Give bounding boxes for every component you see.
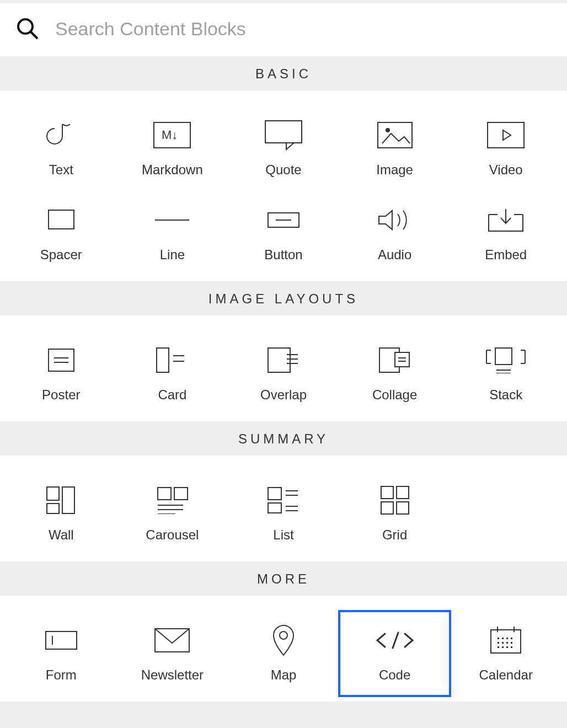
block-map[interactable]: Map <box>228 611 339 696</box>
svg-rect-68 <box>506 638 508 639</box>
svg-rect-17 <box>49 349 74 371</box>
svg-rect-34 <box>495 348 512 365</box>
block-image[interactable]: Image <box>339 106 451 191</box>
svg-rect-42 <box>62 487 74 513</box>
block-embed[interactable]: Embed <box>450 191 561 276</box>
svg-rect-40 <box>47 487 59 500</box>
svg-rect-72 <box>506 642 508 644</box>
block-overlap[interactable]: Overlap <box>228 331 339 416</box>
section-header: BASIC <box>0 56 567 90</box>
list-icon <box>267 477 300 524</box>
button-icon <box>267 196 300 244</box>
svg-rect-56 <box>381 502 393 514</box>
content-blocks-panel: BASIC Text M↓ Markdown Quote Image Video… <box>0 0 567 728</box>
svg-rect-9 <box>49 210 74 229</box>
search-input[interactable] <box>55 18 552 40</box>
block-label: List <box>273 527 293 543</box>
section-header: MORE <box>0 561 567 596</box>
block-wall[interactable]: Wall <box>6 471 117 556</box>
svg-rect-63 <box>491 630 521 653</box>
block-quote[interactable]: Quote <box>228 106 339 191</box>
block-label: Grid <box>382 527 407 543</box>
svg-point-6 <box>386 129 389 132</box>
svg-rect-54 <box>381 486 393 499</box>
wall-icon <box>46 477 77 524</box>
block-card[interactable]: Card <box>117 331 228 416</box>
svg-point-61 <box>280 631 287 639</box>
block-grid: Form Newsletter Map Code Calendar <box>0 596 567 702</box>
search-bar <box>0 3 567 56</box>
block-label: Wall <box>49 527 74 543</box>
block-grid: Text M↓ Markdown Quote Image Video Space… <box>0 90 567 281</box>
svg-rect-4 <box>265 121 302 143</box>
calendar-icon <box>490 617 522 664</box>
svg-rect-20 <box>157 348 169 372</box>
block-form[interactable]: Form <box>6 611 117 696</box>
code-icon <box>373 617 417 664</box>
image-icon <box>377 111 413 159</box>
svg-marker-13 <box>379 211 392 229</box>
svg-rect-58 <box>46 631 77 649</box>
svg-rect-57 <box>397 502 409 514</box>
block-line[interactable]: Line <box>117 191 228 276</box>
svg-rect-73 <box>511 642 512 644</box>
block-label: Image <box>376 162 413 178</box>
block-label: Text <box>49 162 73 178</box>
block-audio[interactable]: Audio <box>339 191 451 276</box>
svg-rect-67 <box>502 638 504 639</box>
svg-rect-69 <box>511 638 512 639</box>
map-icon <box>271 617 296 664</box>
block-label: Audio <box>378 247 411 263</box>
svg-rect-74 <box>498 646 499 648</box>
svg-line-1 <box>31 32 38 39</box>
block-label: Line <box>160 247 185 263</box>
block-text[interactable]: Text <box>6 106 117 191</box>
markdown-icon: M↓ <box>153 111 191 159</box>
carousel-icon <box>156 477 189 524</box>
block-grid: Wall Carousel List Grid <box>0 456 567 561</box>
block-collage[interactable]: Collage <box>339 331 451 416</box>
spacer-icon <box>47 196 75 244</box>
svg-rect-71 <box>502 642 504 644</box>
grid-icon <box>380 477 410 524</box>
svg-rect-44 <box>174 488 188 500</box>
block-video[interactable]: Video <box>450 106 561 191</box>
block-label: Stack <box>489 387 522 403</box>
block-label: Poster <box>42 387 80 403</box>
block-label: Markdown <box>142 162 203 178</box>
stack-icon <box>485 336 526 384</box>
block-stack[interactable]: Stack <box>450 331 561 416</box>
section-header: SUMMARY <box>0 421 567 456</box>
svg-text:M↓: M↓ <box>162 128 178 142</box>
svg-rect-5 <box>378 122 412 148</box>
svg-rect-60 <box>155 629 189 652</box>
block-code[interactable]: Code <box>339 611 451 696</box>
svg-rect-48 <box>268 488 281 500</box>
svg-rect-77 <box>511 646 512 648</box>
block-grid[interactable]: Grid <box>339 471 451 556</box>
block-spacer[interactable]: Spacer <box>6 191 117 276</box>
video-icon <box>486 111 525 159</box>
svg-rect-55 <box>397 486 409 499</box>
block-newsletter[interactable]: Newsletter <box>117 611 228 696</box>
block-carousel[interactable]: Carousel <box>117 471 228 556</box>
embed-icon <box>488 196 524 244</box>
block-label: Newsletter <box>141 667 204 683</box>
svg-rect-70 <box>498 642 499 644</box>
block-label: Collage <box>372 387 417 403</box>
block-button[interactable]: Button <box>228 191 339 276</box>
svg-rect-76 <box>506 646 508 648</box>
block-markdown[interactable]: M↓ Markdown <box>117 106 228 191</box>
search-icon <box>15 17 40 41</box>
svg-rect-51 <box>268 503 281 513</box>
block-grid: Poster Card Overlap Collage Stack <box>0 315 567 421</box>
block-calendar[interactable]: Calendar <box>450 611 561 696</box>
block-label: Quote <box>265 162 301 178</box>
block-label: Map <box>271 667 297 683</box>
svg-rect-41 <box>47 504 59 513</box>
svg-point-0 <box>18 19 33 34</box>
block-poster[interactable]: Poster <box>6 331 117 416</box>
block-label: Card <box>158 387 186 403</box>
block-list[interactable]: List <box>228 471 339 556</box>
overlap-icon <box>267 336 300 384</box>
